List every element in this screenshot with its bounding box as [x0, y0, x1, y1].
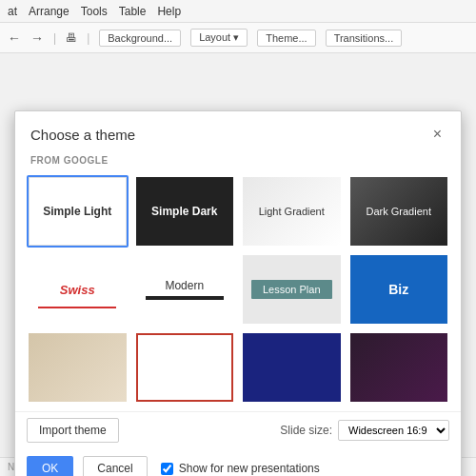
slide-size-label: Slide size: [280, 424, 332, 437]
dialog-header: Choose a theme × [15, 111, 461, 151]
theme-thumb-row3-2 [136, 333, 234, 402]
theme-thumb-row3-4 [350, 333, 448, 402]
menu-item-tools[interactable]: Tools [81, 5, 108, 18]
theme-card-row3-4[interactable] [348, 331, 450, 404]
menu-item-arrange[interactable]: Arrange [29, 5, 69, 18]
toolbar-icon-print[interactable]: 🖶 [66, 31, 77, 45]
theme-button[interactable]: Theme... [257, 30, 315, 47]
transitions-button[interactable]: Transitions... [326, 30, 403, 47]
dialog-footer-top: Import theme Slide size: Widescreen 16:9 [15, 411, 461, 448]
menu-bar: at Arrange Tools Table Help [0, 0, 476, 23]
swiss-line [38, 307, 116, 308]
theme-thumb-lesson-plan: Lesson Plan [243, 255, 341, 324]
slide-size-area: Slide size: Widescreen 16:9 [280, 420, 449, 441]
theme-thumb-dark-gradient: Dark Gradient [350, 177, 448, 246]
toolbar: ← → | 🖶 | Background... Layout ▾ Theme..… [0, 23, 476, 53]
toolbar-icon-undo[interactable]: ← [8, 30, 21, 46]
theme-card-biz[interactable]: Biz [348, 253, 450, 326]
import-theme-button[interactable]: Import theme [27, 418, 119, 443]
theme-thumb-biz: Biz [350, 255, 448, 324]
theme-card-row3-3[interactable] [241, 331, 343, 404]
slide-size-select[interactable]: Widescreen 16:9 [338, 420, 449, 441]
theme-thumb-row3-3 [243, 333, 341, 402]
background-button[interactable]: Background... [99, 30, 181, 47]
dialog-footer-bottom: OK Cancel Show for new presentations [15, 448, 461, 476]
theme-thumb-modern: Modern [136, 255, 234, 324]
toolbar-sep: | [53, 31, 56, 45]
theme-card-row3-1[interactable] [27, 331, 129, 404]
ok-button[interactable]: OK [27, 456, 73, 476]
lesson-plan-inner: Lesson Plan [251, 280, 332, 299]
modern-bar [146, 296, 224, 300]
theme-card-simple-light[interactable]: Simple Light [27, 175, 129, 248]
menu-item-table[interactable]: Table [119, 5, 147, 18]
theme-card-simple-dark[interactable]: Simple Dark [134, 175, 236, 248]
theme-card-lesson-plan[interactable]: Lesson Plan [241, 253, 343, 326]
theme-card-light-gradient[interactable]: Light Gradient [241, 175, 343, 248]
theme-card-row3-2[interactable] [134, 331, 236, 404]
show-for-new-label: Show for new presentations [179, 462, 320, 475]
menu-item-help[interactable]: Help [157, 5, 181, 18]
theme-card-modern[interactable]: Modern [134, 253, 236, 326]
layout-button[interactable]: Layout ▾ [190, 29, 248, 47]
theme-grid: Simple Light Simple Dark Light Gradient [15, 171, 461, 411]
cancel-button[interactable]: Cancel [83, 456, 147, 476]
theme-card-swiss[interactable]: Swiss [27, 253, 129, 326]
toolbar-sep2: | [87, 31, 89, 45]
theme-card-dark-gradient[interactable]: Dark Gradient [348, 175, 450, 248]
menu-item-at[interactable]: at [8, 5, 17, 18]
theme-thumb-simple-light: Simple Light [29, 177, 127, 246]
toolbar-icon-redo[interactable]: → [30, 30, 44, 46]
show-for-new-checkbox[interactable] [161, 463, 173, 475]
theme-dialog: Choose a theme × FROM GOOGLE Simple Ligh… [14, 110, 462, 476]
dialog-title: Choose a theme [30, 127, 135, 143]
theme-thumb-simple-dark: Simple Dark [136, 177, 234, 246]
show-for-new-area: Show for new presentations [161, 462, 320, 475]
theme-thumb-swiss: Swiss [29, 255, 127, 324]
theme-thumb-light-gradient: Light Gradient [243, 177, 341, 246]
theme-thumb-row3-1 [29, 333, 127, 402]
close-button[interactable]: × [429, 125, 446, 144]
section-label: FROM GOOGLE [15, 151, 461, 171]
